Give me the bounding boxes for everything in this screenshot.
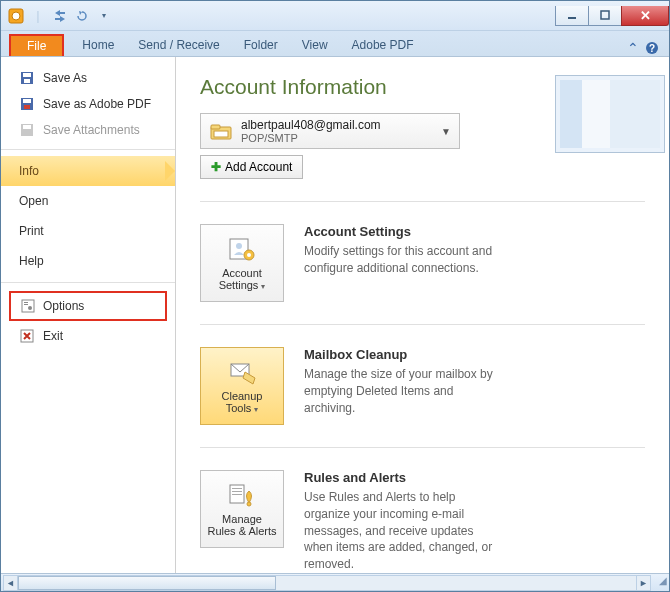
account-folder-icon [209,121,233,141]
account-email: albertpaul408@gmail.com [241,118,433,132]
svg-rect-21 [214,131,228,137]
svg-point-25 [247,253,251,257]
nav-open[interactable]: Open [1,186,175,216]
tab-send-receive[interactable]: Send / Receive [126,34,231,56]
mailbox-cleanup-desc: Manage the size of your mailbox by empty… [304,366,504,416]
minimize-button[interactable] [555,6,589,26]
account-settings-button[interactable]: Account Settings▾ [200,224,284,302]
account-text: albertpaul408@gmail.com POP/SMTP [241,118,433,144]
scroll-left-arrow[interactable]: ◄ [4,576,18,590]
svg-text:?: ? [649,43,655,54]
qat-separator: | [29,7,47,25]
pdf-icon [19,96,35,112]
ribbon-right: ⌃ ? [627,40,669,56]
separator [200,201,645,202]
horizontal-scrollbar[interactable]: ◄ ► [3,575,651,591]
options-icon [21,299,35,313]
nav-info[interactable]: Info [1,156,175,186]
manage-rules-button[interactable]: Manage Rules & Alerts [200,470,284,548]
nav-save-as-pdf-label: Save as Adobe PDF [43,97,151,111]
svg-rect-15 [24,302,28,303]
app-icon [7,7,25,25]
nav-separator [1,149,175,150]
nav-help[interactable]: Help [1,246,175,276]
resize-grip[interactable]: ◢ [653,575,669,591]
svg-rect-29 [232,491,242,492]
backstage-nav: Save As Save as Adobe PDF Save Attachmen… [1,57,176,573]
tab-home[interactable]: Home [70,34,126,56]
titlebar: | ▾ ✕ [1,1,669,31]
main-panel: Account Information albertpaul408@gmail.… [176,57,669,573]
send-receive-icon[interactable] [51,7,69,25]
account-settings-btn-label: Account Settings▾ [207,267,277,291]
exit-icon [19,328,35,344]
svg-rect-30 [232,494,242,495]
save-icon [19,70,35,86]
add-account-label: Add Account [225,160,292,174]
svg-rect-16 [24,304,28,305]
rules-alerts-desc: Use Rules and Alerts to help organize yo… [304,489,504,573]
nav-save-attachments-label: Save Attachments [43,123,140,137]
plus-icon: ✚ [211,160,221,174]
rules-icon [227,481,257,509]
manage-rules-btn-label: Manage Rules & Alerts [207,513,277,537]
nav-save-as-pdf[interactable]: Save as Adobe PDF [1,91,175,117]
outlook-window: | ▾ ✕ File Home Send / Receive Folder Vi… [0,0,670,592]
nav-exit-label: Exit [43,329,63,343]
preview-inner [560,80,660,148]
svg-rect-2 [568,17,576,19]
section-text-2: Mailbox Cleanup Manage the size of your … [304,347,645,416]
account-protocol: POP/SMTP [241,132,433,144]
account-settings-title: Account Settings [304,224,645,239]
qat-dropdown-icon[interactable]: ▾ [95,7,113,25]
account-dropdown[interactable]: albertpaul408@gmail.com POP/SMTP ▼ [200,113,460,149]
chevron-down-icon: ▼ [441,126,451,137]
scroll-thumb[interactable] [18,576,276,590]
maximize-button[interactable] [588,6,622,26]
svg-point-31 [247,502,251,506]
help-icon[interactable]: ? [645,41,659,55]
tab-view[interactable]: View [290,34,340,56]
cleanup-tools-button[interactable]: Cleanup Tools▾ [200,347,284,425]
close-button[interactable]: ✕ [621,6,669,26]
separator-3 [200,447,645,448]
nav-exit[interactable]: Exit [1,323,175,349]
undo-icon[interactable] [73,7,91,25]
svg-rect-8 [24,79,30,83]
svg-rect-3 [601,11,609,19]
nav-print[interactable]: Print [1,216,175,246]
section-account-settings: Account Settings▾ Account Settings Modif… [200,224,645,302]
attachment-icon [19,122,35,138]
ribbon-tabs: File Home Send / Receive Folder View Ado… [1,31,669,57]
mailbox-cleanup-title: Mailbox Cleanup [304,347,645,362]
nav-save-as[interactable]: Save As [1,65,175,91]
svg-rect-10 [23,99,31,103]
quick-access-toolbar: | ▾ [7,7,113,25]
svg-rect-14 [22,300,34,312]
scroll-right-arrow[interactable]: ► [636,576,650,590]
svg-rect-20 [211,125,220,129]
cleanup-tools-btn-label: Cleanup Tools▾ [207,390,277,414]
nav-options-label: Options [43,299,84,313]
section-text-3: Rules and Alerts Use Rules and Alerts to… [304,470,645,573]
tab-folder[interactable]: Folder [232,34,290,56]
nav-save-as-label: Save As [43,71,87,85]
section-rules-alerts: Manage Rules & Alerts Rules and Alerts U… [200,470,645,573]
account-settings-desc: Modify settings for this account and con… [304,243,504,277]
expand-ribbon-icon[interactable]: ⌃ [627,40,639,56]
add-account-button[interactable]: ✚ Add Account [200,155,303,179]
nav-options[interactable]: Options [9,291,167,321]
svg-rect-28 [232,488,242,489]
window-controls: ✕ [556,6,669,26]
svg-point-1 [12,12,20,20]
print-preview-thumbnail [555,75,665,153]
nav-save-attachments: Save Attachments [1,117,175,143]
svg-rect-11 [24,105,30,109]
svg-rect-13 [23,125,31,129]
rules-alerts-title: Rules and Alerts [304,470,645,485]
tab-adobe-pdf[interactable]: Adobe PDF [340,34,426,56]
cleanup-icon [227,358,257,386]
svg-point-23 [236,243,242,249]
tab-file[interactable]: File [9,34,64,56]
account-settings-icon [227,235,257,263]
